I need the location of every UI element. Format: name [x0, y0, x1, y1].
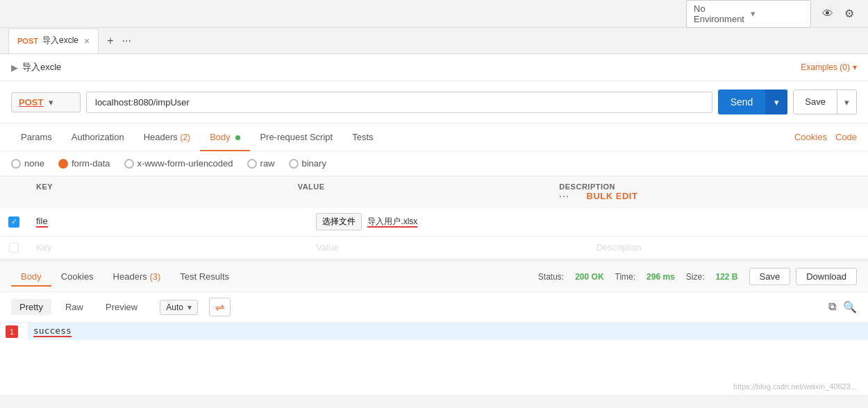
- examples-link[interactable]: Examples (0) ▾: [801, 62, 857, 72]
- search-icon[interactable]: 🔍: [843, 300, 857, 314]
- format-select[interactable]: Auto ▾: [160, 300, 198, 315]
- bulk-edit-button[interactable]: Bulk Edit: [578, 191, 646, 201]
- time-value: 296 ms: [646, 272, 675, 282]
- response-save-button[interactable]: Save: [749, 268, 791, 285]
- body-dot-indicator: [235, 135, 240, 140]
- tab-more-button[interactable]: ···: [118, 33, 135, 49]
- request-bar: POST ▾ Send ▾ Save ▾: [0, 81, 868, 124]
- tab-pre-request-script[interactable]: Pre-request Script: [250, 124, 342, 151]
- tab-headers[interactable]: Headers (2): [134, 124, 200, 151]
- code-output-text: success: [33, 325, 72, 336]
- tab-bar: POST 导入excle × + ···: [0, 28, 868, 54]
- resp-tab-headers[interactable]: Headers (3): [103, 267, 171, 286]
- save-label: Save: [794, 90, 837, 114]
- resp-tab-cookies[interactable]: Cookies: [51, 267, 103, 286]
- env-chevron-icon: ▾: [751, 8, 803, 19]
- row-key-value: file: [36, 216, 48, 228]
- row-description-cell[interactable]: [588, 207, 868, 236]
- response-status: Status: 200 OK Time: 296 ms Size: 122 B: [538, 272, 738, 282]
- status-label: Status:: [538, 272, 564, 282]
- tab-tests[interactable]: Tests: [342, 124, 383, 151]
- size-value: 122 B: [716, 272, 738, 282]
- method-chevron-icon: ▾: [49, 97, 53, 108]
- method-select[interactable]: POST ▾: [11, 92, 81, 112]
- body-option-form-data[interactable]: form-data: [58, 158, 110, 169]
- wrap-button[interactable]: ⇌: [209, 298, 231, 316]
- cookies-link[interactable]: Cookies: [794, 132, 827, 142]
- response-section: Body Cookies Headers (3) Test Results St…: [0, 259, 868, 395]
- row-check-cell[interactable]: [0, 207, 28, 236]
- resp-tab-test-results[interactable]: Test Results: [170, 267, 239, 286]
- key-value-table: KEY VALUE DESCRIPTION ··· Bulk Edit file: [0, 176, 868, 259]
- th-value: VALUE: [290, 177, 551, 207]
- send-chevron-icon[interactable]: ▾: [765, 90, 787, 114]
- tab-authorization[interactable]: Authorization: [62, 124, 134, 151]
- tab-actions: + ···: [103, 33, 135, 49]
- request-tab[interactable]: POST 导入excle ×: [8, 28, 99, 53]
- viewer-tab-pretty[interactable]: Pretty: [11, 299, 51, 315]
- eye-icon-button[interactable]: 👁: [817, 5, 839, 23]
- radio-raw-icon: [247, 159, 257, 169]
- examples-chevron-icon: ▾: [853, 62, 857, 72]
- response-bar: Body Cookies Headers (3) Test Results St…: [0, 261, 868, 292]
- table-row: file 选择文件 导入用户.xlsx: [0, 207, 868, 237]
- th-check: [0, 177, 28, 207]
- choose-file-button[interactable]: 选择文件: [316, 213, 362, 230]
- body-option-none[interactable]: none: [11, 158, 44, 169]
- empty-key-placeholder: Key: [36, 242, 51, 253]
- radio-none-icon: [11, 159, 21, 169]
- checkbox-checked-icon: [8, 216, 19, 228]
- tab-body[interactable]: Body: [200, 124, 250, 151]
- tab-close-button[interactable]: ×: [84, 35, 90, 46]
- copy-icon[interactable]: ⧉: [828, 300, 836, 314]
- response-action-buttons: Save Download: [749, 268, 857, 285]
- breadcrumb-left: ▶ 导入excle: [11, 61, 61, 74]
- env-selector-label: No Environment: [694, 3, 746, 24]
- th-key: KEY: [28, 177, 290, 207]
- viewer-toolbar: Pretty Raw Preview Auto ▾ ⇌ ⧉ 🔍: [0, 292, 868, 323]
- empty-description-cell[interactable]: Description: [588, 237, 868, 258]
- body-option-raw[interactable]: raw: [247, 158, 275, 169]
- tab-title: 导入excle: [42, 35, 78, 46]
- response-download-button[interactable]: Download: [796, 268, 857, 285]
- save-chevron-icon[interactable]: ▾: [837, 90, 856, 114]
- row-key-cell: file: [28, 207, 308, 236]
- viewer-tab-preview[interactable]: Preview: [97, 299, 146, 315]
- format-label: Auto: [166, 303, 183, 312]
- code-content-area: success: [28, 323, 868, 340]
- format-chevron-icon: ▾: [187, 303, 192, 312]
- empty-key-cell[interactable]: Key: [28, 237, 308, 258]
- watermark: https://blog.csdn.net/weixin_40623...: [0, 378, 868, 395]
- code-output-area: 1 success: [0, 323, 868, 378]
- url-input[interactable]: [86, 92, 712, 113]
- send-label: Send: [718, 90, 766, 114]
- send-button[interactable]: Send ▾: [718, 90, 788, 114]
- viewer-tab-raw[interactable]: Raw: [57, 299, 92, 315]
- th-description: DESCRIPTION ··· Bulk Edit: [551, 177, 812, 207]
- file-input-area: 选择文件 导入用户.xlsx: [316, 213, 417, 230]
- empty-checkbox-icon: [9, 243, 19, 253]
- headers-count-badge: (3): [149, 271, 160, 282]
- response-tabs: Body Cookies Headers (3) Test Results: [11, 267, 239, 286]
- code-link[interactable]: Code: [835, 132, 857, 142]
- empty-description-placeholder: Description: [596, 242, 642, 253]
- resp-tab-body[interactable]: Body: [11, 267, 51, 286]
- body-options: none form-data x-www-form-urlencoded raw…: [0, 151, 868, 176]
- body-option-binary[interactable]: binary: [289, 158, 326, 169]
- body-option-urlencoded[interactable]: x-www-form-urlencoded: [124, 158, 233, 169]
- env-selector[interactable]: No Environment ▾: [686, 0, 811, 28]
- nav-tabs: Params Authorization Headers (2) Body Pr…: [0, 124, 868, 151]
- empty-value-cell[interactable]: Value: [308, 237, 587, 258]
- more-dots-icon[interactable]: ···: [559, 192, 569, 201]
- examples-label: Examples (0): [801, 62, 850, 72]
- save-button[interactable]: Save ▾: [793, 90, 857, 114]
- empty-check-cell: [0, 237, 28, 258]
- tab-params[interactable]: Params: [11, 124, 62, 151]
- status-value: 200 OK: [575, 272, 603, 282]
- main-content: ▶ 导入excle Examples (0) ▾ POST ▾ Send ▾ S…: [0, 54, 868, 395]
- gear-icon-button[interactable]: ⚙: [839, 4, 860, 23]
- time-label: Time:: [615, 272, 636, 282]
- viewer-icons: ⧉ 🔍: [828, 300, 857, 314]
- headers-badge: (2): [180, 133, 190, 142]
- tab-add-button[interactable]: +: [103, 33, 117, 49]
